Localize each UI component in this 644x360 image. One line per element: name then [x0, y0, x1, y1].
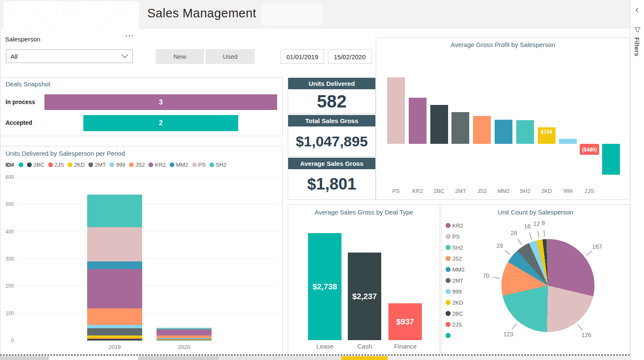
kpi-card-total-sales-gross: Total Sales Gross $1,047,895 — [288, 115, 376, 157]
legend-item-PS[interactable]: PS — [192, 162, 206, 168]
gp-bar-SH2[interactable] — [516, 120, 534, 144]
sales-management-dashboard: Sales Management Filters Salesperson ⋯ A… — [0, 0, 644, 360]
bar-segment-2MT[interactable] — [87, 328, 142, 335]
legend-label: 2BC — [452, 311, 463, 317]
legend-dot — [27, 162, 32, 167]
x-axis-label: 2JS — [579, 188, 600, 194]
legend-item-blank[interactable] — [446, 330, 465, 341]
legend-item-2JS[interactable]: 2JS — [48, 162, 64, 168]
legend-dot — [446, 267, 451, 272]
gp-bar-KR2[interactable] — [409, 98, 427, 144]
x-axis-label: 2019 — [98, 344, 132, 350]
page-tab[interactable] — [220, 356, 341, 360]
gp-bar-2KD[interactable]: $744 — [538, 127, 556, 144]
bar-segment-SH2[interactable] — [87, 195, 142, 227]
filter-funnel-icon[interactable] — [634, 26, 641, 35]
legend-item-blank[interactable] — [19, 162, 23, 167]
pie-leader-line — [543, 230, 545, 237]
legend-item-2BC[interactable]: 2BC — [446, 308, 465, 319]
legend-item-2MT[interactable]: 2MT — [88, 162, 106, 168]
units-by-period-plot: 010020030040050060020192020 — [17, 177, 278, 341]
pie-data-label: 123 — [501, 331, 515, 338]
gp-bar-JS2[interactable] — [473, 116, 491, 144]
bar-segment-KR2[interactable] — [157, 330, 212, 335]
legend-item-SH2[interactable]: SH2 — [446, 242, 465, 253]
dt-bar-cash[interactable]: $2,237 — [348, 253, 381, 340]
page-tab[interactable] — [0, 356, 49, 360]
used-filter-button[interactable]: Used — [206, 49, 255, 64]
dt-bar-finance[interactable]: $937 — [388, 303, 422, 340]
legend-label: PS — [198, 162, 206, 168]
data-label: $937 — [388, 317, 422, 327]
page-tab[interactable] — [138, 356, 219, 360]
date-start-input[interactable]: 01/01/2019 — [281, 49, 324, 64]
bar-segment-JS2[interactable] — [87, 308, 142, 325]
stacked-bar-2019[interactable] — [87, 195, 142, 341]
legend-label: 2MT — [452, 278, 463, 284]
legend-item-PS[interactable]: PS — [446, 231, 465, 242]
x-axis-label: 2020 — [167, 344, 201, 350]
gp-bar-PS[interactable] — [387, 77, 405, 144]
more-options-icon[interactable]: ⋯ — [125, 30, 134, 41]
legend-item-MM2[interactable]: MM2 — [446, 264, 465, 275]
y-axis-tick: 600 — [2, 174, 14, 180]
legend-dot — [209, 162, 214, 167]
legend-item-MM2[interactable]: MM2 — [170, 162, 188, 168]
deal-type-plot: $2,738Lease$2,237Cash$937Finance — [288, 205, 440, 354]
unit-count-pie[interactable] — [501, 239, 594, 332]
legend-title: ID# — [6, 162, 14, 168]
page-tabs-strip[interactable] — [0, 356, 630, 360]
bar-segment-999[interactable] — [87, 325, 142, 328]
legend-item-JS2[interactable]: JS2 — [129, 162, 145, 168]
gp-bar-999[interactable] — [559, 139, 577, 144]
bar-segment-blank[interactable] — [157, 340, 212, 341]
avg-gross-profit-panel: Average Gross Profit by Salesperson PSKR… — [376, 37, 630, 200]
gridline — [17, 177, 278, 177]
legend-dot — [446, 223, 451, 228]
legend-item-2BC[interactable]: 2BC — [27, 162, 44, 168]
filters-panel-label[interactable]: Filters — [633, 37, 641, 56]
legend-item-KR2[interactable]: KR2 — [446, 220, 465, 231]
funnel-bar-accepted[interactable]: 2 — [83, 115, 239, 131]
legend-item-2KD[interactable]: 2KD — [446, 297, 465, 308]
legend-item-999[interactable]: 999 — [446, 286, 465, 297]
gp-bar-MM2[interactable] — [495, 120, 512, 144]
pie-leader-line — [505, 250, 510, 255]
redacted-text-area — [261, 3, 323, 25]
y-axis-tick: 300 — [2, 256, 14, 262]
gp-bar-2BC[interactable] — [430, 105, 448, 144]
unit-count-title: Unit Count by Salesperson — [498, 209, 573, 216]
legend-item-2JS[interactable]: 2JS — [446, 319, 465, 330]
new-filter-button[interactable]: New — [156, 49, 204, 64]
salesperson-dropdown[interactable]: All — [6, 49, 133, 63]
gp-bar-2MT[interactable] — [451, 112, 469, 144]
gp-bar-blank[interactable] — [602, 144, 620, 175]
legend-item-KR2[interactable]: KR2 — [149, 162, 165, 168]
legend-item-2MT[interactable]: 2MT — [446, 275, 465, 286]
legend-item-JS2[interactable]: JS2 — [446, 253, 465, 264]
y-axis-tick: 200 — [2, 283, 14, 289]
funnel-bar-in-process[interactable]: 3 — [44, 94, 277, 110]
legend-item-SH2[interactable]: SH2 — [209, 162, 226, 168]
legend-item-2KD[interactable]: 2KD — [68, 162, 85, 168]
legend-label: KR2 — [155, 162, 165, 168]
bar-segment-2BC[interactable] — [87, 339, 142, 341]
bar-segment-MM2[interactable] — [87, 261, 142, 269]
avg-gross-profit-plot: PSKR22BC2MTJS2MM2SH2$7442KD999($480)2JS — [376, 38, 630, 199]
bar-segment-KR2[interactable] — [87, 269, 142, 308]
legend-dot — [446, 311, 451, 316]
unit-count-legend: KR2PSSH2JS2MM22MT9992KD2BC2JS — [446, 220, 465, 341]
pie-leader-line — [512, 324, 517, 329]
bar-segment-PS[interactable] — [87, 227, 142, 261]
legend-item-999[interactable]: 999 — [110, 162, 125, 168]
page-tab-highlighted[interactable] — [341, 356, 388, 360]
y-axis-tick: 100 — [2, 311, 14, 316]
collapse-chevron-icon[interactable] — [634, 7, 641, 15]
legend-label: SH2 — [216, 162, 226, 168]
gridline — [17, 286, 278, 286]
stacked-bar-2020[interactable] — [157, 328, 212, 341]
dt-bar-lease[interactable]: $2,738 — [308, 233, 341, 340]
page-tab[interactable] — [50, 356, 138, 360]
legend-label: JS2 — [452, 256, 462, 262]
date-end-input[interactable]: 15/02/2020 — [328, 49, 372, 64]
